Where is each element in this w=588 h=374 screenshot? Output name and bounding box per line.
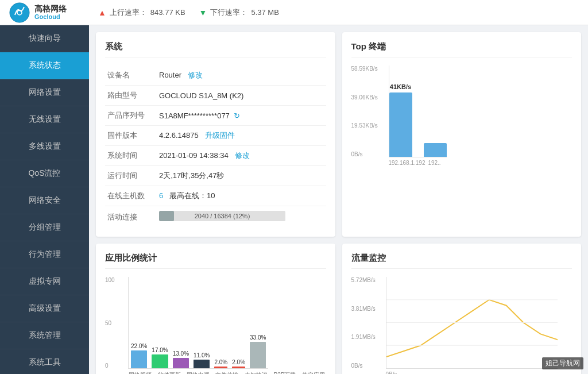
sidebar-item-behavior[interactable]: 行为管理: [0, 241, 89, 268]
app-bar-pct: 2.0%: [214, 359, 227, 365]
app-x-label: 软件更新: [157, 371, 181, 374]
y-label: 0B/s: [351, 363, 383, 369]
app-bar-pct: 33.0%: [250, 334, 266, 341]
app-bar-group: 2.0%: [214, 359, 227, 368]
firmware-value: 4.2.6.14875: [159, 131, 199, 140]
sidebar-item-wireless-settings[interactable]: 无线设置: [0, 106, 89, 133]
online-hosts-link[interactable]: 6: [159, 191, 163, 200]
upload-stat: ▲ 上行速率： 843.77 KB: [98, 7, 185, 18]
sidebar-item-group-management[interactable]: 分组管理: [0, 214, 89, 241]
row-value: GOCLOUD S1A_8M (K2): [157, 86, 326, 106]
app-bar-pct: 22.0%: [131, 343, 147, 349]
traffic-monitor-card: 流量监控 5.72MB/s 3.81MB/s 1.91MB/s 0B/s: [342, 244, 582, 374]
app-bar-pct: 13.0%: [173, 350, 189, 357]
row-label: 产品序列号: [105, 106, 157, 126]
app-stats-card: 应用比例统计 100 50 0 22.0%17.0%13.0%11.0%2.0%…: [96, 244, 335, 374]
bar: [389, 92, 412, 157]
sidebar: 快速向导 系统状态 网络设置 无线设置 多线设置 QoS流控 网络安全 分组管理…: [0, 25, 89, 374]
app-y-labels: 100 50 0: [105, 277, 125, 369]
traffic-chart: 5.72MB/s 3.81MB/s 1.91MB/s 0B/s: [351, 277, 572, 374]
sidebar-item-qos[interactable]: QoS流控: [0, 160, 89, 187]
table-row: 路由型号 GOCLOUD S1A_8M (K2): [105, 86, 326, 106]
app-x-label: P2P下载: [273, 371, 297, 374]
row-value: 2040 / 16384 (12%): [157, 206, 326, 228]
header: 高格网络 Gocloud ▲ 上行速率： 843.77 KB ▼ 下行速率： 5…: [0, 0, 588, 25]
row-label: 设备名: [105, 65, 157, 86]
device-name-edit[interactable]: 修改: [188, 71, 203, 79]
serial-value: S1A8MF**********077: [159, 111, 230, 120]
top-terminal-bars: 41KB/s: [389, 65, 447, 157]
row-label: 系统时间: [105, 146, 157, 166]
table-row: 固件版本 4.2.6.14875 升级固件: [105, 126, 326, 146]
app-x-label: 网络电视: [186, 371, 210, 374]
bar: [424, 143, 447, 157]
table-row: 活动连接 2040 / 16384 (12%): [105, 206, 326, 228]
logo-en: Gocloud: [34, 13, 67, 20]
top-terminal-chart: 58.59KB/s 39.06KB/s 19.53KB/s 0B/s 41KB/…: [351, 65, 572, 180]
top-terminal-y-labels: 58.59KB/s 39.06KB/s 19.53KB/s 0B/s: [351, 65, 386, 157]
firmware-upgrade[interactable]: 升级固件: [205, 131, 235, 140]
sidebar-item-system-manage[interactable]: 系统管理: [0, 322, 89, 349]
app-stats-chart: 100 50 0 22.0%17.0%13.0%11.0%2.0%2.0%33.…: [105, 277, 326, 374]
time-edit[interactable]: 修改: [235, 151, 250, 160]
app-bar-group: 33.0%: [250, 334, 266, 368]
app-x-label: 网络视频: [128, 371, 152, 374]
app-x-label: 未知协议: [243, 371, 268, 374]
logo-icon: [9, 2, 30, 23]
table-row: 设备名 Router 修改: [105, 65, 326, 86]
sidebar-item-network-settings[interactable]: 网络设置: [0, 79, 89, 106]
bar-group: 41KB/s: [389, 83, 412, 157]
refresh-icon[interactable]: ↻: [234, 111, 240, 120]
row-label: 活动连接: [105, 206, 157, 228]
sidebar-item-vpn[interactable]: 虚拟专网: [0, 268, 89, 295]
watermark: 姐己导航网: [542, 357, 583, 369]
row-label: 运行时间: [105, 166, 157, 186]
app-bar: [232, 367, 245, 368]
sidebar-item-network-security[interactable]: 网络安全: [0, 187, 89, 214]
app-bar-group: 13.0%: [173, 350, 189, 368]
row-value: 2天,17时,35分,47秒: [157, 166, 326, 186]
y-label: 3.81MB/s: [351, 306, 383, 312]
active-connections-progress: 2040 / 16384 (12%): [159, 211, 285, 221]
app-bar-group: 17.0%: [152, 347, 168, 368]
logo-text: 高格网络 Gocloud: [34, 5, 67, 20]
table-row: 产品序列号 S1A8MF**********077 ↻: [105, 106, 326, 126]
logo-cn: 高格网络: [34, 5, 67, 13]
y-label: 50: [105, 320, 125, 326]
upload-label: 上行速率：: [110, 7, 147, 18]
table-row: 在线主机数 6 最高在线：10: [105, 186, 326, 206]
sidebar-item-advanced[interactable]: 高级设置: [0, 295, 89, 322]
y-label: 0B/s: [351, 151, 386, 157]
system-card-title: 系统: [105, 41, 326, 57]
sidebar-item-system-status[interactable]: 系统状态: [0, 52, 89, 79]
app-bar-pct: 17.0%: [152, 347, 168, 353]
traffic-monitor-title: 流量监控: [351, 253, 572, 269]
top-terminal-title: Top 终端: [351, 41, 572, 57]
sidebar-item-system-tools[interactable]: 系统工具: [0, 349, 89, 374]
app-bar-group: 11.0%: [194, 352, 210, 368]
download-stat: ▼ 下行速率： 5.37 MB: [199, 7, 279, 18]
app-bar: [194, 360, 210, 368]
app-stats-title: 应用比例统计: [105, 253, 326, 269]
svg-point-0: [10, 3, 29, 22]
header-stats: ▲ 上行速率： 843.77 KB ▼ 下行速率： 5.37 MB: [98, 7, 279, 18]
row-label: 路由型号: [105, 86, 157, 106]
sidebar-item-quick-guide[interactable]: 快速向导: [0, 25, 89, 52]
app-bar-pct: 11.0%: [194, 352, 210, 358]
sidebar-item-multi-line[interactable]: 多线设置: [0, 133, 89, 160]
device-name-value: Router: [159, 71, 181, 79]
app-bar: [250, 342, 266, 368]
download-label: 下行速率：: [210, 7, 247, 18]
download-value: 5.37 MB: [251, 8, 278, 17]
progress-text: 2040 / 16384 (12%): [195, 213, 250, 219]
logo: 高格网络 Gocloud: [9, 2, 98, 23]
y-label: 39.06KB/s: [351, 94, 386, 101]
row-label: 在线主机数: [105, 186, 157, 206]
row-value: 2021-01-09 14:38:34 修改: [157, 146, 326, 166]
y-label: 19.53KB/s: [351, 122, 386, 129]
app-bar-group: 2.0%: [232, 359, 245, 368]
progress-bar-fill: [159, 211, 174, 221]
table-row: 系统时间 2021-01-09 14:38:34 修改: [105, 146, 326, 166]
app-bar-group: 22.0%: [131, 343, 147, 368]
row-value: Router 修改: [157, 65, 326, 86]
